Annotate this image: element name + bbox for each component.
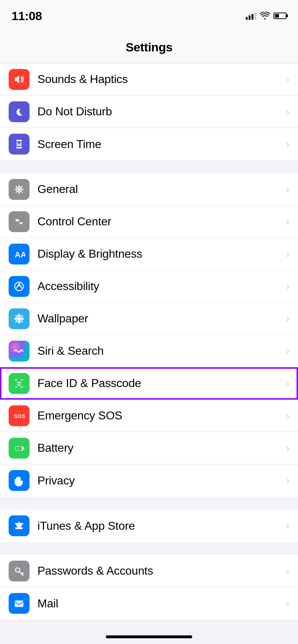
sidebar-item-screen-time[interactable]: Screen Time › — [0, 128, 298, 160]
settings-list-1: Sounds & Haptics › Do Not Disturb › — [0, 63, 298, 160]
sidebar-item-face-id-passcode[interactable]: Face ID & Passcode › — [0, 367, 298, 400]
accessibility-icon — [9, 276, 30, 297]
battery-status-icon — [274, 13, 286, 19]
do-not-disturb-label: Do Not Disturb — [37, 105, 286, 118]
control-center-chevron: › — [286, 216, 289, 227]
passwords-accounts-label: Passwords & Accounts — [37, 564, 286, 578]
battery-icon — [9, 438, 30, 459]
battery-full-icon — [13, 442, 25, 454]
app-store-icon — [9, 515, 30, 536]
sounds-haptics-label: Sounds & Haptics — [37, 73, 286, 86]
sidebar-item-general[interactable]: General › — [0, 173, 298, 206]
svg-point-14 — [14, 318, 18, 320]
control-center-icon — [9, 211, 30, 232]
page-title: Settings — [126, 40, 172, 54]
screen-time-chevron: › — [286, 138, 289, 150]
privacy-label: Privacy — [37, 474, 286, 487]
sidebar-item-battery[interactable]: Battery › — [0, 432, 298, 464]
nav-title-bar: Settings — [0, 32, 298, 63]
speaker-icon — [13, 73, 25, 86]
wallpaper-chevron: › — [286, 313, 289, 325]
emergency-sos-label: Emergency SOS — [37, 409, 286, 422]
svg-rect-1 — [16, 147, 22, 148]
itunes-app-store-label: iTunes & App Store — [37, 519, 286, 533]
display-brightness-chevron: › — [286, 248, 289, 260]
mail-chevron: › — [286, 598, 289, 609]
sounds-haptics-chevron: › — [286, 74, 289, 85]
wallpaper-label: Wallpaper — [37, 312, 286, 325]
settings-list-3: iTunes & App Store › — [0, 510, 298, 542]
section-divider-3 — [0, 542, 298, 555]
appstore-logo-icon — [13, 520, 25, 532]
sidebar-item-wallpaper[interactable]: Wallpaper › — [0, 303, 298, 335]
settings-list-4: Passwords & Accounts › Mail › — [0, 555, 298, 620]
sidebar-item-itunes-app-store[interactable]: iTunes & App Store › — [0, 510, 298, 542]
sidebar-item-passwords-accounts[interactable]: Passwords & Accounts › — [0, 555, 298, 587]
svg-point-7 — [21, 222, 23, 224]
svg-text:SOS: SOS — [14, 413, 25, 419]
envelope-icon — [13, 597, 25, 610]
svg-point-11 — [18, 317, 21, 320]
svg-point-20 — [17, 382, 18, 383]
svg-rect-24 — [23, 447, 24, 450]
svg-point-12 — [18, 314, 20, 317]
passwords-accounts-chevron: › — [286, 565, 289, 577]
face-id-scan-icon — [13, 377, 25, 390]
svg-point-15 — [21, 318, 24, 320]
hand-icon — [13, 474, 25, 487]
emergency-sos-chevron: › — [286, 410, 289, 422]
general-label: General — [37, 183, 286, 196]
general-chevron: › — [286, 184, 289, 195]
face-id-passcode-label: Face ID & Passcode — [37, 377, 286, 390]
svg-text:AA: AA — [15, 250, 25, 259]
settings-list-2: General › Control Center › AA — [0, 173, 298, 497]
mail-label: Mail — [37, 597, 286, 610]
do-not-disturb-chevron: › — [286, 106, 289, 118]
emergency-sos-icon: SOS — [9, 405, 30, 426]
display-brightness-icon: AA — [9, 244, 30, 264]
section-divider-1 — [0, 160, 298, 173]
sidebar-item-emergency-sos[interactable]: SOS Emergency SOS › — [0, 400, 298, 432]
home-indicator — [106, 635, 192, 638]
svg-point-2 — [18, 188, 21, 191]
siri-search-chevron: › — [286, 345, 289, 357]
sidebar-item-accessibility[interactable]: Accessibility › — [0, 270, 298, 303]
section-divider-2 — [0, 497, 298, 510]
sidebar-item-display-brightness[interactable]: AA Display & Brightness › — [0, 238, 298, 270]
person-circle-icon — [13, 280, 25, 293]
home-indicator-area — [0, 620, 298, 641]
toggle-icon — [13, 216, 25, 228]
sidebar-item-siri-search[interactable]: Siri & Search › — [0, 335, 298, 367]
status-bar: 11:08 — [0, 0, 298, 32]
svg-rect-0 — [16, 140, 22, 141]
section-3: iTunes & App Store › — [0, 510, 298, 542]
sidebar-item-control-center[interactable]: Control Center › — [0, 206, 298, 238]
screen-time-icon — [9, 134, 30, 155]
face-id-passcode-chevron: › — [286, 378, 289, 389]
siri-wave-icon — [13, 345, 25, 357]
privacy-chevron: › — [286, 475, 289, 486]
battery-chevron: › — [286, 442, 289, 454]
sidebar-item-privacy[interactable]: Privacy › — [0, 464, 298, 497]
accessibility-label: Accessibility — [37, 280, 286, 293]
face-id-icon — [9, 373, 30, 394]
display-brightness-label: Display & Brightness — [37, 247, 286, 261]
sidebar-item-mail[interactable]: Mail › — [0, 587, 298, 620]
sos-text-icon: SOS — [13, 410, 25, 422]
accessibility-chevron: › — [286, 281, 289, 292]
screen-time-label: Screen Time — [37, 138, 286, 151]
svg-point-13 — [18, 320, 20, 324]
moon-icon — [13, 106, 25, 118]
siri-icon — [9, 341, 30, 362]
sidebar-item-sounds-haptics[interactable]: Sounds & Haptics › — [0, 63, 298, 96]
do-not-disturb-icon — [9, 101, 30, 122]
gear-icon — [13, 183, 25, 196]
flower-icon — [13, 313, 25, 325]
general-icon — [9, 179, 30, 200]
status-icons — [246, 12, 286, 20]
svg-point-10 — [18, 283, 20, 285]
sounds-haptics-icon — [9, 69, 30, 90]
siri-search-label: Siri & Search — [37, 344, 286, 358]
section-1: Sounds & Haptics › Do Not Disturb › — [0, 63, 298, 160]
sidebar-item-do-not-disturb[interactable]: Do Not Disturb › — [0, 96, 298, 128]
